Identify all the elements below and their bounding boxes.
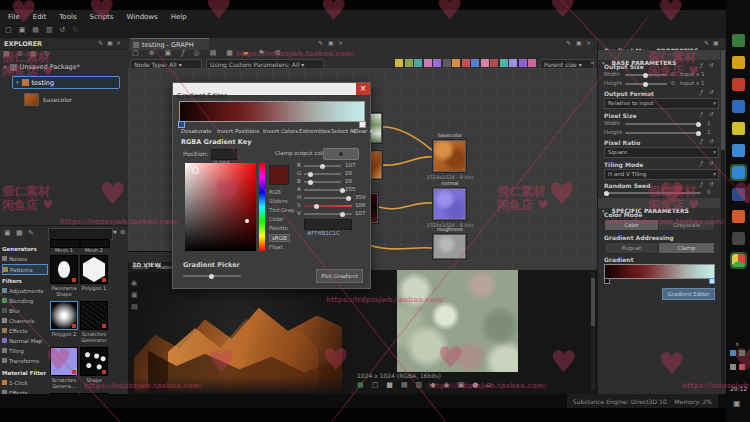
node-shortcut-icon[interactable]: [424, 59, 432, 67]
menu-scene[interactable]: Scene: [132, 264, 149, 270]
tree-item-blending[interactable]: Blending: [2, 296, 46, 305]
reset-icon[interactable]: ↺: [709, 90, 714, 96]
slider-thumb[interactable]: [696, 131, 701, 136]
roughness-output-node[interactable]: [432, 233, 467, 260]
edit-icon[interactable]: ✎: [318, 40, 323, 46]
node-shortcut-icon[interactable]: [395, 59, 403, 67]
basecolor-output-node[interactable]: [432, 139, 467, 173]
scratches-generator-thumbnail[interactable]: [80, 301, 108, 330]
clamp-toggle-button[interactable]: [323, 148, 359, 160]
mode-rgb[interactable]: RGB: [269, 189, 281, 195]
dialog-titlebar[interactable]: Gradient Editor ×: [173, 83, 370, 95]
menu-edit[interactable]: Edit: [33, 13, 47, 21]
h-slider[interactable]: [304, 197, 352, 199]
pixel-height-slider[interactable]: [625, 132, 701, 134]
view3d-viewport[interactable]: ◉ ▣ ▤: [128, 272, 345, 395]
graph-item-row[interactable]: ▾ testing: [12, 76, 120, 89]
node-shortcut-icon[interactable]: [500, 59, 508, 67]
overflow-chevrons-icon[interactable]: »: [590, 60, 594, 67]
edit-icon[interactable]: ✎: [98, 40, 103, 46]
width-slider[interactable]: [625, 74, 667, 76]
mode-tint-gray[interactable]: Tint Gray: [269, 207, 294, 213]
grid-icon[interactable]: ▤: [401, 382, 408, 389]
expander-icon[interactable]: ▾: [4, 65, 7, 70]
sv-square[interactable]: [185, 163, 256, 251]
tree-item-transforms[interactable]: Transforms: [2, 356, 46, 365]
frame-icon[interactable]: ▣: [165, 50, 172, 57]
menu-help[interactable]: Help: [171, 13, 187, 21]
solid-icon[interactable]: ■: [386, 382, 393, 389]
tree-item-normal-map[interactable]: Normal Map: [2, 336, 46, 345]
slider-thumb[interactable]: [308, 172, 313, 177]
taskbar-folder-icon[interactable]: [732, 56, 745, 69]
save-all-icon[interactable]: ▥: [46, 27, 53, 34]
library-edit-icon[interactable]: ✎: [28, 230, 34, 237]
tree-section-generators[interactable]: Generators: [2, 244, 46, 253]
tray-icons[interactable]: [730, 350, 746, 376]
function-icon[interactable]: ƒ: [700, 139, 702, 145]
polygon1-thumbnail[interactable]: [80, 255, 108, 284]
reset-icon[interactable]: ↺: [709, 139, 714, 145]
node-shortcut-icon[interactable]: [481, 59, 489, 67]
normal-output-node[interactable]: [432, 187, 467, 221]
settings-icon[interactable]: ⚙: [17, 51, 23, 58]
addressing-repeat-button[interactable]: Repeat: [604, 242, 659, 254]
slider-thumb[interactable]: [308, 180, 313, 185]
tiling-icon[interactable]: ▥: [416, 382, 423, 389]
mode-sliders[interactable]: Sliders: [269, 198, 288, 204]
package-row[interactable]: ▾ Unsaved Package*: [4, 63, 80, 71]
node-shortcut-icon[interactable]: [519, 59, 527, 67]
camera-icon[interactable]: ◉: [131, 280, 137, 287]
picker-samples-slider[interactable]: [183, 275, 241, 277]
taskbar-app-icon[interactable]: [732, 122, 745, 135]
function-icon[interactable]: ƒ: [700, 90, 702, 96]
slider-thumb[interactable]: [643, 73, 648, 78]
edit-icon[interactable]: ✎: [566, 40, 571, 46]
open-icon[interactable]: ▣: [19, 27, 26, 34]
taskbar-app-icon[interactable]: [732, 34, 745, 47]
r-slider[interactable]: [304, 165, 341, 167]
hue-strip[interactable]: [259, 163, 265, 251]
height-mode[interactable]: Input x 1: [680, 80, 705, 86]
sv-cursor-dot[interactable]: [245, 219, 249, 223]
tiling-mode-dropdown[interactable]: H and V Tiling▾: [604, 169, 719, 180]
pixel-width-slider[interactable]: [625, 123, 701, 125]
node-shortcut-icon[interactable]: [443, 59, 451, 67]
desaturate-button[interactable]: Desaturate: [181, 128, 212, 134]
close-icon[interactable]: ×: [338, 40, 343, 46]
close-icon[interactable]: ×: [586, 40, 591, 46]
node-shortcut-icon[interactable]: [452, 59, 460, 67]
mode-palette[interactable]: Palette: [269, 225, 288, 231]
new-package-icon[interactable]: ▢: [5, 27, 12, 34]
panorama-shape-thumbnail[interactable]: [50, 255, 78, 284]
s-slider[interactable]: [304, 205, 352, 207]
notification-center-icon[interactable]: ▣: [733, 400, 741, 408]
fit-icon[interactable]: ▫: [486, 382, 491, 389]
save-icon[interactable]: ▤: [32, 27, 39, 34]
pick-gradient-button[interactable]: Pick Gradient: [316, 269, 363, 283]
base-parameters-section[interactable]: ▾ BASE PARAMETERS: [598, 50, 720, 60]
a-slider[interactable]: [304, 189, 341, 191]
texture-preview[interactable]: [397, 270, 518, 372]
gradient-key-selected[interactable]: [709, 278, 715, 284]
close-icon[interactable]: ×: [116, 40, 121, 46]
extremities-button[interactable]: Extremities: [299, 128, 330, 134]
gradient-key-selected[interactable]: [178, 121, 185, 128]
hex-field[interactable]: #FF6B1C1C: [304, 219, 352, 230]
menu-windows[interactable]: Windows: [126, 13, 157, 21]
addressing-clamp-button[interactable]: Clamp: [658, 242, 715, 254]
mode-color[interactable]: Color: [269, 216, 283, 222]
menu-file[interactable]: File: [8, 13, 20, 21]
gradient-key[interactable]: [604, 278, 610, 284]
slider-thumb[interactable]: [643, 82, 648, 87]
picker-icon[interactable]: ◉: [444, 382, 450, 389]
edit-icon[interactable]: ✎: [704, 40, 709, 46]
expander-icon[interactable]: ▾: [16, 80, 19, 85]
pixel-ratio-dropdown[interactable]: Square▾: [604, 147, 719, 158]
gradient-preview[interactable]: [604, 264, 715, 279]
gradient-strip[interactable]: [179, 101, 365, 122]
taskbar-app-icon[interactable]: [732, 232, 745, 245]
invert-colors-button[interactable]: Invert Colors: [263, 128, 298, 134]
node-shortcut-icon[interactable]: [414, 59, 422, 67]
taskbar-app-icon[interactable]: [732, 210, 745, 223]
